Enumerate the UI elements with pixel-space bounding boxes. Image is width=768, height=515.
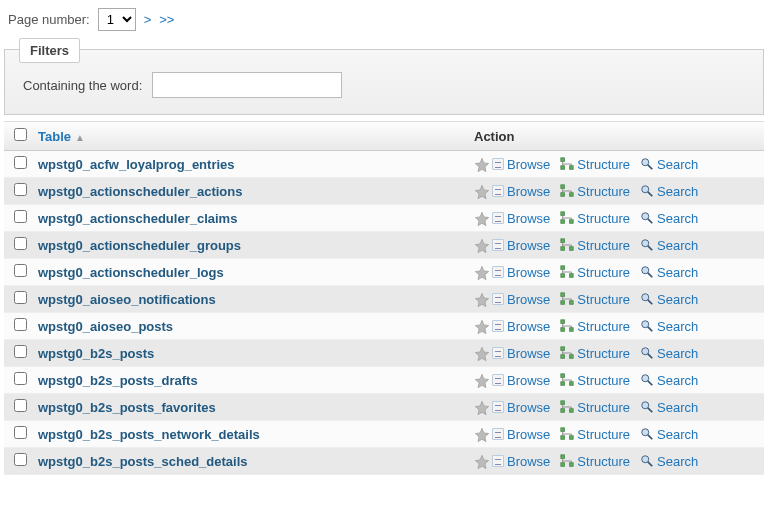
favorite-star-icon[interactable] <box>474 373 488 387</box>
svg-point-43 <box>642 375 649 382</box>
svg-line-54 <box>648 435 652 439</box>
row-checkbox[interactable] <box>14 210 27 223</box>
browse-link[interactable]: Browse <box>492 211 550 226</box>
search-link[interactable]: Search <box>640 400 698 415</box>
favorite-star-icon[interactable] <box>474 292 488 306</box>
row-checkbox[interactable] <box>14 345 27 358</box>
table-name-link[interactable]: wpstg0_actionscheduler_groups <box>38 238 241 253</box>
row-checkbox[interactable] <box>14 399 27 412</box>
structure-icon <box>560 373 574 387</box>
structure-link[interactable]: Structure <box>560 157 630 172</box>
svg-rect-26 <box>561 301 565 305</box>
check-all-cell <box>14 128 38 144</box>
search-icon <box>640 184 654 198</box>
search-link[interactable]: Search <box>640 265 698 280</box>
check-all-checkbox[interactable] <box>14 128 27 141</box>
search-icon <box>640 319 654 333</box>
next-page-link[interactable]: > <box>144 12 152 27</box>
search-link[interactable]: Search <box>640 454 698 469</box>
favorite-star-icon[interactable] <box>474 319 488 333</box>
browse-link[interactable]: Browse <box>492 373 550 388</box>
favorite-star-icon[interactable] <box>474 265 488 279</box>
browse-link[interactable]: Browse <box>492 319 550 334</box>
row-checkbox[interactable] <box>14 183 27 196</box>
svg-line-19 <box>648 246 652 250</box>
structure-link[interactable]: Structure <box>560 238 630 253</box>
browse-link[interactable]: Browse <box>492 292 550 307</box>
favorite-star-icon[interactable] <box>474 184 488 198</box>
row-checkbox[interactable] <box>14 426 27 439</box>
browse-link[interactable]: Browse <box>492 427 550 442</box>
table-name-link[interactable]: wpstg0_acfw_loyalprog_entries <box>38 157 235 172</box>
structure-link[interactable]: Structure <box>560 319 630 334</box>
favorite-star-icon[interactable] <box>474 346 488 360</box>
table-name-link[interactable]: wpstg0_actionscheduler_actions <box>38 184 242 199</box>
svg-rect-22 <box>570 274 574 278</box>
search-link[interactable]: Search <box>640 292 698 307</box>
search-link[interactable]: Search <box>640 373 698 388</box>
row-checkbox[interactable] <box>14 156 27 169</box>
svg-rect-1 <box>561 166 565 170</box>
row-checkbox[interactable] <box>14 453 27 466</box>
table-name-link[interactable]: wpstg0_aioseo_posts <box>38 319 173 334</box>
search-link[interactable]: Search <box>640 427 698 442</box>
table-name-link[interactable]: wpstg0_aioseo_notifications <box>38 292 216 307</box>
last-page-link[interactable]: >> <box>159 12 174 27</box>
table-name-link[interactable]: wpstg0_b2s_posts_drafts <box>38 373 198 388</box>
row-checkbox[interactable] <box>14 318 27 331</box>
search-link[interactable]: Search <box>640 346 698 361</box>
table-name-link[interactable]: wpstg0_b2s_posts_favorites <box>38 400 216 415</box>
page-number-select[interactable]: 1 <box>98 8 136 31</box>
svg-rect-50 <box>561 428 565 432</box>
browse-link[interactable]: Browse <box>492 184 550 199</box>
svg-rect-16 <box>561 247 565 251</box>
structure-link[interactable]: Structure <box>560 184 630 199</box>
structure-link[interactable]: Structure <box>560 346 630 361</box>
row-checkbox[interactable] <box>14 237 27 250</box>
favorite-star-icon[interactable] <box>474 211 488 225</box>
svg-rect-41 <box>561 382 565 386</box>
containing-word-input[interactable] <box>152 72 342 98</box>
search-link[interactable]: Search <box>640 319 698 334</box>
svg-rect-35 <box>561 347 565 351</box>
browse-link[interactable]: Browse <box>492 346 550 361</box>
column-header-table[interactable]: Table▲ <box>38 129 474 144</box>
svg-rect-55 <box>561 455 565 459</box>
svg-line-29 <box>648 300 652 304</box>
row-checkbox[interactable] <box>14 264 27 277</box>
favorite-star-icon[interactable] <box>474 427 488 441</box>
search-link[interactable]: Search <box>640 238 698 253</box>
browse-link[interactable]: Browse <box>492 265 550 280</box>
svg-rect-52 <box>570 436 574 440</box>
structure-link[interactable]: Structure <box>560 211 630 226</box>
favorite-star-icon[interactable] <box>474 454 488 468</box>
structure-link[interactable]: Structure <box>560 454 630 469</box>
structure-icon <box>560 319 574 333</box>
table-name-link[interactable]: wpstg0_b2s_posts_sched_details <box>38 454 248 469</box>
structure-link[interactable]: Structure <box>560 427 630 442</box>
browse-link[interactable]: Browse <box>492 238 550 253</box>
structure-link[interactable]: Structure <box>560 292 630 307</box>
search-link[interactable]: Search <box>640 157 698 172</box>
favorite-star-icon[interactable] <box>474 157 488 171</box>
table-name-link[interactable]: wpstg0_actionscheduler_claims <box>38 211 237 226</box>
structure-link[interactable]: Structure <box>560 373 630 388</box>
structure-link[interactable]: Structure <box>560 265 630 280</box>
browse-link[interactable]: Browse <box>492 454 550 469</box>
browse-link[interactable]: Browse <box>492 400 550 415</box>
table-name-link[interactable]: wpstg0_b2s_posts_network_details <box>38 427 260 442</box>
favorite-star-icon[interactable] <box>474 400 488 414</box>
row-checkbox[interactable] <box>14 372 27 385</box>
search-icon <box>640 454 654 468</box>
svg-point-8 <box>642 186 649 193</box>
svg-rect-27 <box>570 301 574 305</box>
browse-icon <box>492 347 504 359</box>
row-checkbox[interactable] <box>14 291 27 304</box>
search-link[interactable]: Search <box>640 184 698 199</box>
browse-link[interactable]: Browse <box>492 157 550 172</box>
search-link[interactable]: Search <box>640 211 698 226</box>
structure-link[interactable]: Structure <box>560 400 630 415</box>
favorite-star-icon[interactable] <box>474 238 488 252</box>
table-name-link[interactable]: wpstg0_b2s_posts <box>38 346 154 361</box>
table-name-link[interactable]: wpstg0_actionscheduler_logs <box>38 265 224 280</box>
